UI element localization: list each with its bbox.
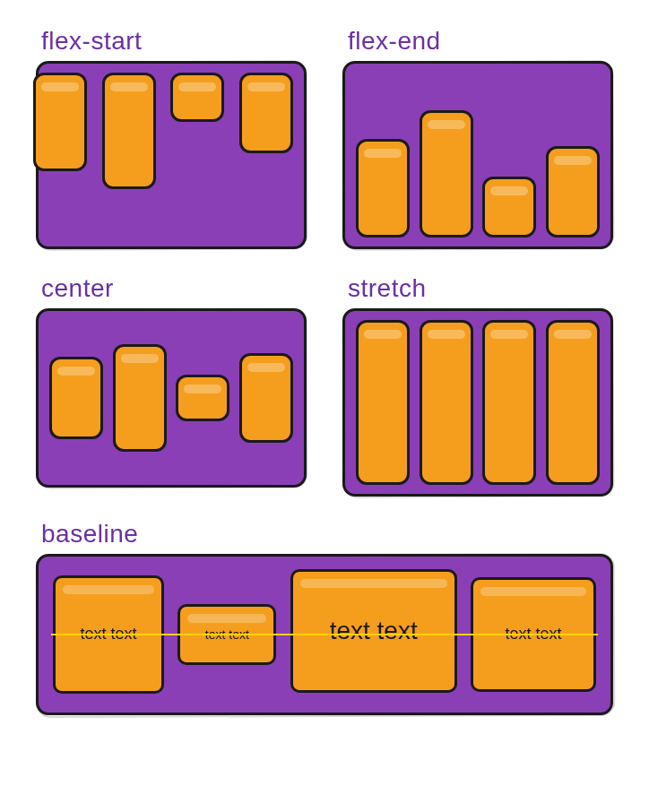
flex-item (49, 357, 103, 439)
panel-flex-end: flex-end (342, 27, 613, 249)
flex-item (420, 110, 473, 238)
flex-item (482, 177, 536, 238)
panel-center: center (36, 274, 307, 497)
title-stretch: stretch (348, 274, 613, 303)
title-baseline: baseline (41, 520, 613, 549)
flex-item (356, 139, 410, 238)
baseline-item: text text (290, 569, 457, 693)
flex-item (239, 353, 293, 443)
top-grid: flex-start flex-end center stretch (36, 27, 613, 497)
panel-baseline: baseline text text text text text text t… (36, 520, 613, 715)
flex-item (356, 320, 410, 485)
panel-stretch: stretch (342, 274, 613, 497)
container-stretch (342, 308, 613, 497)
title-center: center (41, 274, 307, 303)
panel-flex-start: flex-start (36, 27, 307, 249)
flex-item (546, 320, 600, 485)
container-baseline: text text text text text text text text (36, 554, 613, 715)
flex-item (239, 73, 293, 153)
container-flex-end (342, 61, 613, 249)
flex-item (102, 73, 156, 189)
baseline-item-text: text text (80, 625, 136, 644)
baseline-item: text text (177, 604, 276, 665)
baseline-item-text: text text (330, 617, 418, 645)
baseline-item: text text (471, 577, 596, 692)
title-flex-start: flex-start (41, 27, 307, 56)
container-center (36, 308, 307, 488)
flex-item (176, 375, 229, 421)
flex-item (546, 146, 600, 238)
flex-item (420, 320, 473, 485)
baseline-item-text: text text (505, 625, 561, 644)
flex-item (113, 344, 167, 452)
flex-item (482, 320, 536, 485)
title-flex-end: flex-end (348, 27, 613, 56)
container-flex-start (36, 61, 307, 249)
baseline-item: text text (53, 575, 164, 694)
baseline-item-text: text text (205, 627, 249, 642)
flex-item (33, 73, 87, 171)
flex-item (170, 73, 224, 122)
